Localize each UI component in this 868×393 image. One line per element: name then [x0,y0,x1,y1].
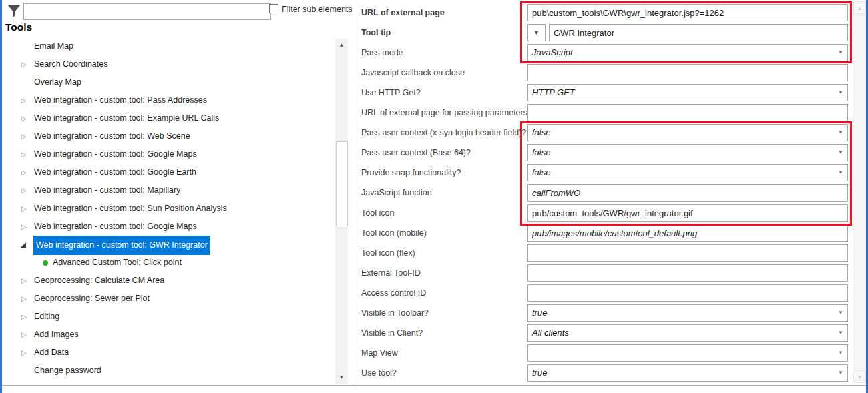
tree-item[interactable]: Web integration - custom tool: GWR Integ… [2,236,333,254]
chevron-down-icon[interactable]: ▼ [838,165,843,181]
form-field-label: External Tool-ID [361,264,421,282]
form-scrollbar[interactable]: ▲ ▼ [853,1,866,383]
form-select[interactable]: false▼ [527,124,848,141]
chevron-right-icon[interactable]: ▷ [21,163,27,181]
tree-item[interactable]: ▷Add Images [2,326,333,344]
form-field-label: Pass user context (Base 64)? [361,144,471,161]
tree-item[interactable]: ▷Geoprocessing: Calculate CM Area [2,272,333,290]
scroll-up-icon[interactable]: ▲ [853,1,866,14]
form-text-input[interactable] [527,104,848,121]
chevron-down-icon[interactable]: ▼ [838,305,843,321]
tree-scrollbar-thumb[interactable] [336,141,348,226]
tree-item[interactable]: ▷Editing [2,308,333,326]
chevron-down-icon[interactable]: ▼ [838,125,843,141]
dropdown-button[interactable]: ▼ [527,24,546,41]
scroll-down-icon[interactable]: ▼ [335,371,348,384]
form-text-input[interactable] [527,224,848,242]
select-value: All clients [532,325,569,341]
form-field-label: Javascript callback on close [361,64,465,81]
chevron-right-icon[interactable]: ▷ [21,308,27,326]
chevron-down-icon[interactable]: ▼ [838,365,843,381]
form-text-input[interactable] [527,184,848,202]
chevron-down-icon[interactable]: ▼ [838,85,843,101]
chevron-down-icon[interactable]: ▼ [838,145,843,161]
form-field-label: Use tool? [361,364,397,382]
select-value: JavaScript [532,45,573,61]
form-field-label: Tool icon (mobile) [361,224,427,242]
tree-item[interactable]: Overlay Map [2,73,333,91]
chevron-right-icon[interactable]: ▷ [21,272,27,290]
form-select[interactable]: HTTP GET▼ [527,84,848,101]
chevron-right-icon[interactable]: ▷ [21,326,27,344]
chevron-down-icon[interactable]: ▼ [838,45,843,61]
tree-item[interactable]: ▷Geoprocessing: Sewer per Plot [2,290,333,308]
tree-item[interactable]: ▷Web integration - custom tool: Google M… [2,145,333,163]
form-field-label: URL of external page [361,4,445,21]
tree-item[interactable]: ▷Web integration - custom tool: Pass Add… [2,91,333,109]
chevron-expanded-icon[interactable] [21,242,26,248]
form-text-input[interactable] [527,264,848,282]
form-text-input[interactable] [527,204,848,222]
tree-item[interactable]: ▷Web integration - custom tool: Google M… [2,218,333,236]
chevron-right-icon[interactable]: ▷ [21,344,27,362]
tree-item[interactable]: ▷Web integration - custom tool: Web Scen… [2,127,333,145]
form-select[interactable]: ▼ [527,344,848,362]
form-select[interactable]: true▼ [527,364,848,382]
form-select[interactable]: false▼ [527,164,848,181]
form-field-label: Map View [361,344,398,362]
chevron-down-icon[interactable]: ▼ [838,345,843,361]
tree-item-label: Web integration - custom tool: Mapillary [34,181,180,200]
tree-item[interactable]: Email Map [2,37,333,55]
tree-item-label: Web integration - custom tool: Sun Posit… [34,200,227,218]
chevron-right-icon[interactable]: ▷ [21,145,27,163]
form-field-label: Tool tip [361,24,391,41]
chevron-right-icon[interactable]: ▷ [21,91,27,109]
tree-item[interactable]: ▷Add Data [2,344,333,362]
scroll-down-icon[interactable]: ▼ [853,370,866,383]
tree-item[interactable]: ▷Web integration - custom tool: Mapillar… [2,181,333,200]
form-text-input[interactable] [527,64,848,81]
select-value: false [532,145,550,161]
chevron-right-icon[interactable]: ▷ [21,200,27,218]
tree-item-label: Add Images [34,326,79,344]
scroll-up-icon[interactable]: ▲ [335,39,348,51]
tree-item[interactable]: ▷Web integration - custom tool: Example … [2,109,333,127]
tree-item-label: Search Coordinates [34,55,107,73]
green-bullet-icon [43,260,48,266]
tree-scrollbar[interactable]: ▲ ▼ [335,39,348,384]
form-text-input[interactable] [527,284,848,302]
tree-item-label: Change password [34,362,101,380]
tree-item[interactable]: ▷Search Coordinates [2,55,333,73]
chevron-right-icon[interactable]: ▷ [21,127,27,145]
select-value: true [532,365,547,381]
tree-item[interactable]: Advanced Custom Tool: Click point [2,254,333,272]
chevron-right-icon[interactable]: ▷ [21,181,27,200]
chevron-down-icon[interactable]: ▼ [838,325,843,341]
form-select[interactable]: All clients▼ [527,324,848,342]
tree-item[interactable]: ▷Web integration - custom tool: Google E… [2,163,333,181]
chevron-right-icon[interactable]: ▷ [21,290,27,308]
form-text-input[interactable] [527,4,848,21]
tree-item-label: Web integration - custom tool: Pass Addr… [34,91,207,109]
chevron-right-icon[interactable]: ▷ [21,109,27,127]
bottom-separator [0,385,868,386]
form-text-input[interactable] [527,244,848,262]
tree-item-label: Web integration - custom tool: Web Scene [34,127,190,145]
chevron-right-icon[interactable]: ▷ [21,55,27,73]
tree-item-label: Email Map [34,37,73,55]
form-text-input[interactable] [549,24,848,41]
chevron-right-icon[interactable]: ▷ [21,218,27,236]
form-select[interactable]: false▼ [527,144,848,161]
form-field-label: Use HTTP Get? [361,84,421,101]
select-value: false [532,165,550,181]
tree-item[interactable]: ▷Web integration - custom tool: Sun Posi… [2,200,333,218]
tree-item-label: Geoprocessing: Calculate CM Area [34,272,164,290]
form-select[interactable]: JavaScript▼ [527,44,848,61]
tree-item-label: Geoprocessing: Sewer per Plot [34,290,150,308]
tree-item-label: Advanced Custom Tool: Click point [53,254,182,272]
tree-item-label: Overlay Map [34,73,81,91]
tree-item-label: Add Data [34,344,69,362]
form-select[interactable]: true▼ [527,304,848,322]
form-field-label: Pass user context (x-syn-login header fi… [361,124,526,141]
tree-item[interactable]: Change password [2,362,333,380]
